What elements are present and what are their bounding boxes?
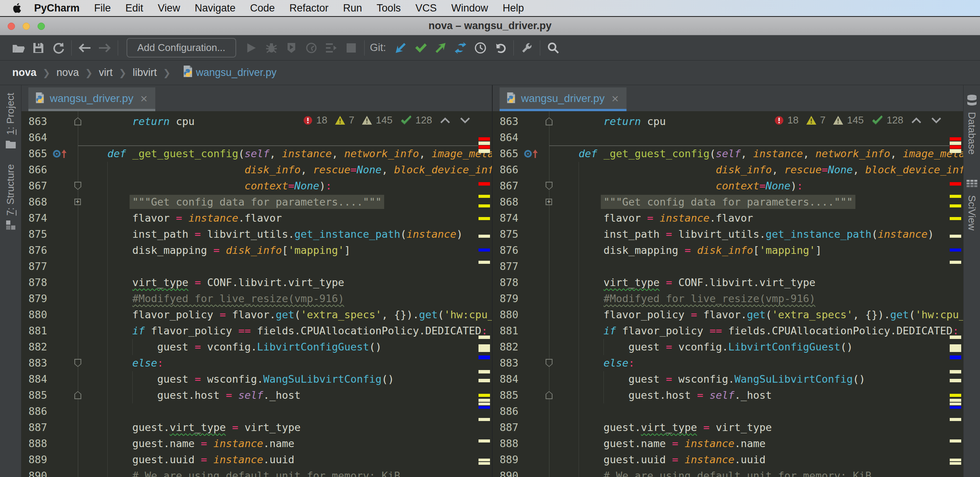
stripe-mark[interactable] [478,439,490,442]
code-line[interactable]: 867 context=None): [493,178,963,194]
code-line[interactable]: 866 disk_info, rescue=None, block_device… [493,162,963,178]
code-line[interactable]: 877 [21,258,492,275]
search-icon[interactable] [543,39,563,56]
code-editor[interactable]: 863 return cpu864865 def _get_guest_conf… [21,111,492,477]
code-line[interactable]: 884 guest = wsconfig.WangSuLibvirtConfig… [21,371,492,387]
stripe-mark[interactable] [478,379,490,382]
line-number[interactable]: 877 [21,258,47,275]
line-number[interactable]: 864 [493,130,518,146]
editor-tab[interactable]: wangsu_driver.py × [500,87,626,111]
stripe-mark[interactable] [478,149,490,153]
fold-marker-icon[interactable]: + [74,199,81,205]
git-merge-icon[interactable] [451,39,470,56]
fold-marker-icon[interactable] [74,359,81,367]
fold-marker-icon[interactable] [546,391,552,399]
save-icon[interactable] [28,39,48,56]
stripe-mark[interactable] [478,217,490,220]
code-line[interactable]: 889 guest.uuid = instance.uuid [21,452,492,468]
code-line[interactable]: 882 guest = vconfig.LibvirtConfigGuest() [493,339,963,355]
code-line[interactable]: 888 guest.name = instance.name [21,436,492,452]
stripe-mark[interactable] [950,379,961,382]
line-number[interactable]: 875 [21,226,47,242]
line-number[interactable]: 887 [21,419,47,436]
code-line[interactable]: 883 else: [21,355,492,371]
line-number[interactable]: 864 [21,130,47,146]
stripe-mark[interactable] [950,137,961,141]
code-editor[interactable]: 863 return cpu864865 def _get_guest_conf… [493,111,963,477]
line-number[interactable]: 884 [493,371,518,387]
git-update-icon[interactable] [391,39,411,56]
stripe-mark[interactable] [478,355,490,359]
line-number[interactable]: 878 [493,275,518,291]
apple-menu-icon[interactable] [10,2,23,14]
line-number[interactable]: 865 [21,146,47,162]
fold-marker-icon[interactable] [74,117,81,125]
stripe-mark[interactable] [950,145,961,149]
line-number[interactable]: 886 [21,403,47,419]
stripe-mark[interactable] [950,261,961,264]
line-number[interactable]: 888 [493,436,518,452]
line-number[interactable]: 865 [493,146,518,162]
code-line[interactable]: 880 flavor_policy = flavor.get('extra_sp… [21,307,492,323]
stripe-mark[interactable] [478,261,490,264]
line-number[interactable]: 866 [493,162,518,178]
code-line[interactable]: 880 flavor_policy = flavor.get('extra_sp… [493,307,963,323]
stripe-mark[interactable] [950,235,961,238]
fold-marker-icon[interactable] [546,359,552,367]
open-folder-icon[interactable] [8,39,28,56]
code-line[interactable]: 867 context=None): [21,178,492,194]
stripe-mark[interactable] [950,394,961,397]
line-number[interactable]: 881 [21,323,47,339]
stripe-mark[interactable] [950,355,961,359]
code-line[interactable]: 865 def _get_guest_config(self, instance… [493,146,963,162]
line-number[interactable]: 878 [21,275,47,291]
code-line[interactable]: 881 if flavor_policy == fields.CPUAlloca… [21,323,492,339]
code-line[interactable]: 886 [493,403,963,419]
stripe-mark[interactable] [950,406,961,409]
run-to-line-icon[interactable] [321,39,341,56]
fold-marker-icon[interactable] [74,391,81,399]
debug-icon[interactable] [261,39,281,56]
code-line[interactable]: 878 virt_type = CONF.libvirt.virt_type [493,275,963,291]
stripe-mark[interactable] [950,195,961,198]
line-number[interactable]: 890 [21,468,47,477]
line-number[interactable]: 885 [21,387,47,403]
line-number[interactable]: 868 [493,194,518,210]
line-number[interactable]: 880 [493,307,518,323]
line-number[interactable]: 885 [493,387,518,403]
line-number[interactable]: 875 [493,226,518,242]
line-number[interactable]: 884 [21,371,47,387]
inspection-widget[interactable]: 18 7 145 128 [303,114,470,126]
line-number[interactable]: 881 [493,323,518,339]
code-line[interactable]: 886 [21,403,492,419]
code-line[interactable]: 888 guest.name = instance.name [493,436,963,452]
stop-icon[interactable] [341,39,361,56]
overriding-method-icon[interactable] [52,148,74,160]
stripe-mark[interactable] [950,459,961,461]
next-problem-icon[interactable] [460,117,470,124]
stripe-mark[interactable] [478,344,490,352]
code-line[interactable]: 885 guest.host = self._host [21,387,492,403]
line-number[interactable]: 863 [21,113,47,130]
line-number[interactable]: 886 [493,403,518,419]
stripe-mark[interactable] [950,344,961,352]
stripe-mark[interactable] [950,336,961,339]
code-line[interactable]: 884 guest = wsconfig.WangSuLibvirtConfig… [493,371,963,387]
rollback-icon[interactable] [490,39,510,56]
line-number[interactable]: 876 [21,242,47,258]
stripe-mark[interactable] [950,182,961,186]
stripe-mark[interactable] [950,141,961,145]
breadcrumb-item[interactable]: nova [12,67,36,79]
menu-item-edit[interactable]: Edit [118,2,151,14]
breadcrumb-item[interactable]: libvirt [133,67,157,79]
stripe-mark[interactable] [478,248,490,252]
stripe-mark[interactable] [478,235,490,238]
breadcrumb-file[interactable]: wangsu_driver.py [196,67,276,79]
code-line[interactable]: 874 flavor = instance.flavor [21,210,492,226]
tool-button-sciview[interactable]: SciView [966,180,978,230]
line-number[interactable]: 889 [21,452,47,468]
code-line[interactable]: 883 else: [493,355,963,371]
line-number[interactable]: 882 [493,339,518,355]
error-stripe[interactable] [949,111,963,477]
stripe-mark[interactable] [478,145,490,149]
